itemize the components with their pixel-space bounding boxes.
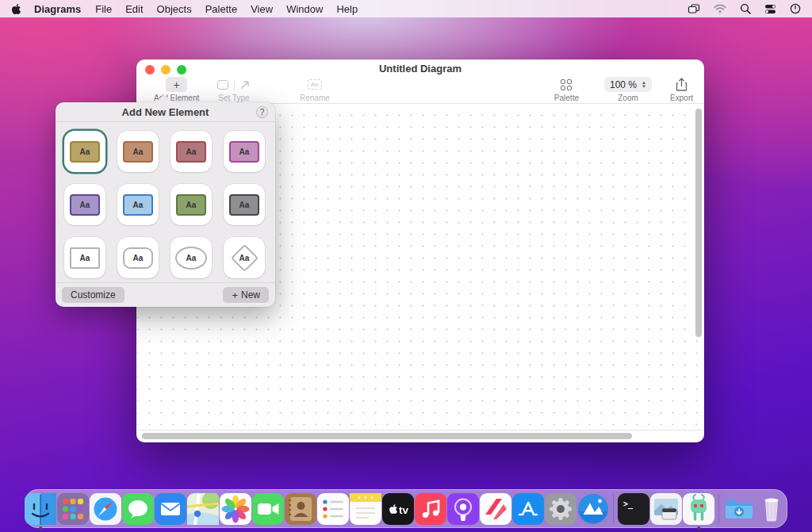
menu-view[interactable]: View (251, 3, 273, 15)
menu-app-name[interactable]: Diagrams (34, 3, 81, 15)
menu-file[interactable]: File (95, 3, 112, 15)
menu-bar: Diagrams File Edit Objects Palette View … (0, 0, 812, 17)
dock-app-store-icon[interactable] (512, 493, 544, 525)
element-style-rect[interactable]: Aa (117, 184, 159, 225)
element-style-ellipse[interactable]: Aa (170, 237, 212, 278)
dock-divider (613, 494, 614, 524)
menu-window[interactable]: Window (286, 3, 323, 15)
vertical-scrollbar[interactable] (695, 109, 702, 337)
screen-mirroring-icon[interactable] (688, 3, 700, 14)
menu-help[interactable]: Help (336, 3, 358, 15)
dock-trash-icon[interactable] (756, 493, 787, 525)
dock-safari-icon[interactable] (90, 493, 121, 525)
sample-text: Aa (133, 201, 144, 209)
export-button[interactable]: Export (670, 77, 693, 102)
dock-music-icon[interactable] (415, 493, 446, 525)
minimize-button[interactable] (161, 65, 170, 75)
rename-button[interactable]: Ao Rename (300, 77, 330, 102)
shape-rect-icon (217, 80, 228, 90)
dock-maps-icon[interactable] (187, 493, 219, 525)
dock-tv-icon[interactable]: tv (382, 493, 414, 525)
dock-photos-icon[interactable] (220, 493, 251, 525)
svg-text:>_: >_ (623, 499, 634, 509)
plus-icon[interactable]: + (166, 77, 187, 92)
zoom-control[interactable]: 100 % ▲▼ Zoom (604, 77, 652, 102)
dock-system-preferences-icon[interactable] (545, 493, 576, 525)
menu-edit[interactable]: Edit (125, 3, 143, 15)
window-title: Untitled Diagram (136, 59, 704, 78)
sample-text: Aa (239, 147, 250, 156)
share-icon (676, 78, 688, 92)
zoom-value: 100 % (610, 79, 637, 90)
sample-text: Aa (80, 147, 90, 156)
rect-shape: Aa (123, 141, 153, 163)
dock-diagrams-icon[interactable] (577, 493, 609, 525)
dock-podcasts-icon[interactable] (447, 493, 479, 525)
dock-screen-sharing-icon[interactable] (650, 493, 682, 525)
zoom-window-button[interactable] (177, 65, 186, 75)
customize-button[interactable]: Customize (62, 287, 124, 303)
rect-shape: Aa (70, 141, 100, 163)
search-icon[interactable] (740, 3, 751, 14)
plus-icon: + (232, 290, 238, 300)
sample-text: Aa (133, 147, 144, 156)
palette-button[interactable]: Palette (554, 77, 579, 102)
clock-icon[interactable] (790, 3, 801, 14)
element-style-rect[interactable]: Aa (224, 184, 265, 225)
set-type-button[interactable]: Set Type (217, 77, 251, 102)
element-style-rect[interactable]: Aa (117, 131, 159, 172)
element-style-rect-selected[interactable]: Aa (64, 131, 105, 172)
export-label: Export (670, 94, 693, 102)
element-style-diamond[interactable]: Aa (224, 237, 265, 278)
dock-terminal-icon[interactable]: >_ (618, 493, 649, 525)
dock-contacts-icon[interactable] (285, 493, 316, 525)
svg-text:tv: tv (399, 504, 408, 516)
set-type-label: Set Type (218, 94, 249, 102)
element-grid: AaAaAaAaAaAaAaAaAaAaAaAa (64, 131, 265, 278)
arrow-cursor-icon (240, 79, 251, 90)
title-bar[interactable]: Untitled Diagram (136, 59, 704, 77)
ellipse-shape: Aa (175, 247, 207, 270)
apple-logo-icon[interactable] (11, 3, 21, 15)
rect-shape: Aa (229, 194, 259, 216)
element-style-sharp[interactable]: Aa (64, 237, 105, 278)
dock-messages-icon[interactable] (122, 493, 154, 525)
dock-finder-icon[interactable] (25, 493, 56, 525)
dock-robot-app-icon[interactable] (683, 493, 714, 525)
control-center-icon[interactable] (764, 4, 776, 14)
running-indicator (39, 526, 42, 530)
sample-text: Aa (186, 201, 197, 209)
close-button[interactable] (145, 65, 155, 75)
new-element-button[interactable]: +New (223, 287, 269, 303)
palette-grid-icon (561, 79, 572, 90)
sample-text: Aa (186, 147, 197, 156)
horizontal-scrollbar[interactable] (142, 433, 632, 439)
wifi-icon[interactable] (714, 4, 726, 13)
element-style-rect[interactable]: Aa (64, 184, 105, 225)
dock-downloads-icon[interactable] (723, 493, 755, 525)
zoom-stepper-icon[interactable]: ▲▼ (642, 81, 646, 88)
dock-launchpad-icon[interactable] (57, 493, 89, 525)
menu-palette[interactable]: Palette (205, 3, 237, 15)
dock-reminders-icon[interactable] (317, 493, 349, 525)
add-new-element-popover: Add New Element ? AaAaAaAaAaAaAaAaAaAaAa… (56, 102, 275, 307)
element-style-rect[interactable]: Aa (224, 131, 265, 172)
rect-shape: Aa (229, 141, 259, 163)
sample-text: Aa (80, 201, 90, 209)
menu-objects[interactable]: Objects (157, 3, 192, 15)
rect-shape: Aa (70, 194, 100, 216)
element-style-rect[interactable]: Aa (170, 184, 212, 225)
help-button[interactable]: ? (256, 106, 268, 118)
zoom-label: Zoom (618, 94, 638, 102)
element-style-rect[interactable]: Aa (170, 131, 212, 172)
dock-mail-icon[interactable] (155, 493, 186, 525)
dock: tv>_ (25, 489, 787, 528)
toolbar: + Add Element Set Type Ao Rename Palette… (136, 77, 704, 104)
running-indicator (697, 526, 700, 530)
element-style-rounded[interactable]: Aa (117, 237, 159, 278)
dock-notes-icon[interactable] (350, 493, 381, 525)
new-label: New (241, 289, 260, 300)
sample-text: Aa (186, 254, 197, 262)
dock-news-icon[interactable] (480, 493, 511, 525)
dock-facetime-icon[interactable] (252, 493, 284, 525)
